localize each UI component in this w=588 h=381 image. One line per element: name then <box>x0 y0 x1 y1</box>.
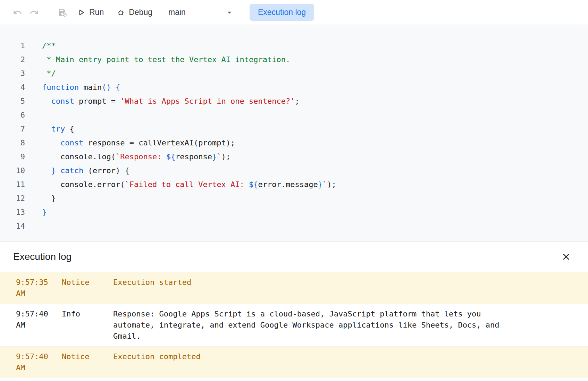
save-icon <box>58 8 67 17</box>
code-text: */ <box>42 67 56 81</box>
line-number[interactable]: 2 <box>0 53 25 67</box>
execution-log-header: Execution log <box>0 242 588 272</box>
line-number[interactable]: 13 <box>0 205 25 219</box>
code-line[interactable]: 7 try { <box>0 122 588 136</box>
code-line[interactable]: 5 const prompt = 'What is Apps Script in… <box>0 94 588 108</box>
function-selector-value: main <box>168 8 186 17</box>
code-text: try { <box>42 122 74 136</box>
log-time: 9:57:40 AM <box>0 308 62 331</box>
run-button[interactable]: Run <box>70 4 110 21</box>
log-message: Execution completed <box>113 351 201 362</box>
debug-label: Debug <box>129 8 152 17</box>
redo-icon <box>30 8 39 17</box>
chevron-down-icon <box>225 8 234 17</box>
log-time: 9:57:40 AM <box>0 351 62 373</box>
code-line[interactable]: 3 */ <box>0 67 588 81</box>
code-line[interactable]: 9 console.log(`Response: ${response}`); <box>0 150 588 164</box>
log-row: 9:57:35 AMNoticeExecution started <box>0 272 588 304</box>
line-number[interactable]: 1 <box>0 39 25 53</box>
code-line[interactable]: 6 <box>0 108 588 122</box>
execution-log-title: Execution log <box>13 251 72 262</box>
line-number[interactable]: 6 <box>0 108 25 122</box>
line-number[interactable]: 14 <box>0 219 25 233</box>
close-button[interactable] <box>560 250 573 263</box>
toolbar-divider <box>320 6 320 19</box>
code-text: console.error(`Failed to call Vertex AI:… <box>42 178 336 192</box>
code-line[interactable]: 2 * Main entry point to test the Vertex … <box>0 53 588 67</box>
code-text: } <box>42 192 56 205</box>
redo-button[interactable] <box>26 4 42 21</box>
code-text: function main() { <box>42 81 120 94</box>
toolbar-divider <box>48 6 48 19</box>
code-lines: 1/**2 * Main entry point to test the Ver… <box>0 39 588 233</box>
log-message: Response: Google Apps Script is a cloud-… <box>113 308 506 342</box>
function-selector[interactable]: main <box>163 4 238 21</box>
play-icon <box>77 8 86 17</box>
code-text: const response = callVertexAI(prompt); <box>42 136 235 150</box>
log-level: Info <box>62 308 113 320</box>
code-line[interactable]: 10 } catch (error) { <box>0 164 588 178</box>
code-text: * Main entry point to test the Vertex AI… <box>42 53 290 67</box>
toolbar: Run Debug main Execution log <box>0 0 588 25</box>
log-level: Notice <box>62 277 113 288</box>
execution-log-button[interactable]: Execution log <box>250 4 314 21</box>
execution-log-panel: Execution log 9:57:35 AMNoticeExecution … <box>0 241 588 378</box>
line-number[interactable]: 12 <box>0 192 25 205</box>
code-line[interactable]: 8 const response = callVertexAI(prompt); <box>0 136 588 150</box>
log-level: Notice <box>62 351 113 362</box>
close-icon <box>561 252 571 262</box>
undo-button[interactable] <box>9 4 26 21</box>
indent-guide <box>60 178 60 192</box>
indent-guide <box>48 94 48 205</box>
code-text: } catch (error) { <box>42 164 129 178</box>
indent-guide <box>60 136 60 164</box>
line-number[interactable]: 4 <box>0 81 25 94</box>
code-text: console.log(`Response: ${response}`); <box>42 150 230 164</box>
log-row: 9:57:40 AMNoticeExecution completed <box>0 347 588 378</box>
code-line[interactable]: 11 console.error(`Failed to call Vertex … <box>0 178 588 192</box>
code-line[interactable]: 14 <box>0 219 588 233</box>
toolbar-divider <box>244 6 244 19</box>
line-number[interactable]: 10 <box>0 164 25 178</box>
log-time: 9:57:35 AM <box>0 277 62 299</box>
code-line[interactable]: 12 } <box>0 192 588 205</box>
line-number[interactable]: 3 <box>0 67 25 81</box>
code-text: const prompt = 'What is Apps Script in o… <box>42 94 300 108</box>
line-number[interactable]: 7 <box>0 122 25 136</box>
debug-icon <box>116 8 125 17</box>
code-line[interactable]: 1/** <box>0 39 588 53</box>
code-editor[interactable]: 1/**2 * Main entry point to test the Ver… <box>0 25 588 241</box>
line-number[interactable]: 5 <box>0 94 25 108</box>
line-number[interactable]: 8 <box>0 136 25 150</box>
save-button[interactable] <box>54 4 70 21</box>
log-entries: 9:57:35 AMNoticeExecution started9:57:40… <box>0 272 588 378</box>
line-number[interactable]: 11 <box>0 178 25 192</box>
log-message: Execution started <box>113 277 191 288</box>
code-text: /** <box>42 39 56 53</box>
undo-icon <box>13 8 22 17</box>
debug-button[interactable]: Debug <box>110 4 159 21</box>
log-row: 9:57:40 AMInfoResponse: Google Apps Scri… <box>0 304 588 347</box>
code-line[interactable]: 13} <box>0 205 588 219</box>
code-text: } <box>42 205 47 219</box>
line-number[interactable]: 9 <box>0 150 25 164</box>
run-label: Run <box>89 8 104 17</box>
code-line[interactable]: 4function main() { <box>0 81 588 94</box>
